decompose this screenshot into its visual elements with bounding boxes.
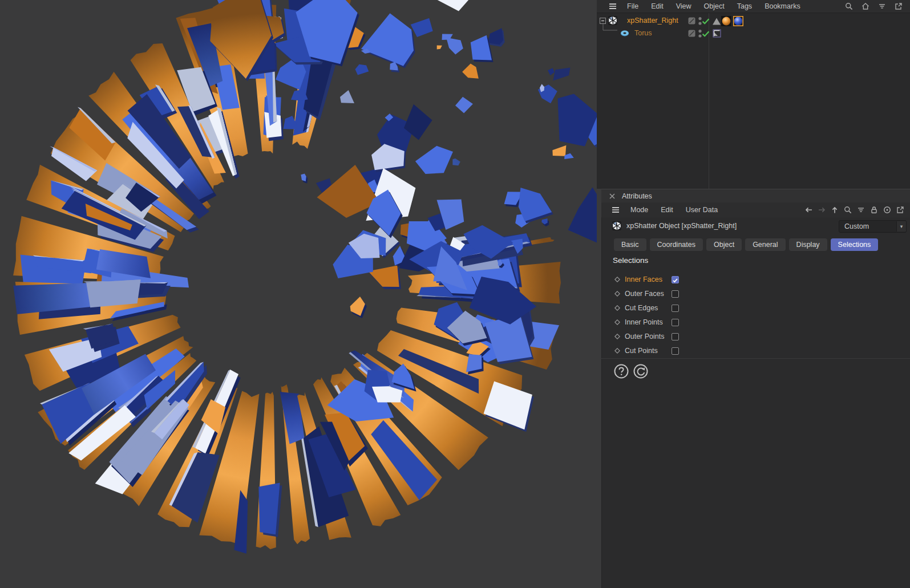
tree-row-xpshatter[interactable]: xpShatter_Right xyxy=(597,15,910,27)
selection-row-outer-faces[interactable]: Outer Faces xyxy=(614,288,689,299)
arrow-right-icon xyxy=(817,205,827,214)
phong-tag-icon[interactable] xyxy=(713,29,722,38)
object-manager-panel: FileEditViewObjectTagsBookmarks xpShatte… xyxy=(597,0,910,189)
close-icon[interactable] xyxy=(609,193,615,199)
viewport-render xyxy=(0,0,597,588)
enabled-check-icon[interactable] xyxy=(701,17,710,26)
selection-label: Cut Edges xyxy=(625,304,672,312)
preset-dropdown[interactable]: Custom ▾ xyxy=(839,220,907,233)
checkbox-unchecked[interactable] xyxy=(672,319,679,326)
diamond-icon xyxy=(614,331,620,342)
attr-menu-mode[interactable]: Mode xyxy=(624,204,654,216)
object-manager-menubar: FileEditViewObjectTagsBookmarks xyxy=(597,0,910,13)
tab-general[interactable]: General xyxy=(745,238,785,251)
filter-icon[interactable] xyxy=(877,2,887,11)
search-icon[interactable] xyxy=(844,2,854,11)
layer-icon[interactable] xyxy=(688,17,695,25)
reset-icon[interactable] xyxy=(633,363,649,379)
diamond-icon xyxy=(614,317,620,327)
filter-icon[interactable] xyxy=(856,205,866,214)
selection-label: Inner Points xyxy=(625,318,672,326)
section-title: Selections xyxy=(613,256,648,265)
selection-row-cut-edges[interactable]: Cut Edges xyxy=(614,302,689,314)
arrow-left-icon[interactable] xyxy=(804,205,814,214)
selection-label: Cut Points xyxy=(625,347,672,355)
diamond-icon xyxy=(614,346,620,356)
om-menu-tags[interactable]: Tags xyxy=(731,0,758,13)
checkbox-unchecked[interactable] xyxy=(672,290,679,298)
torus-icon xyxy=(620,29,629,38)
selection-label: Outer Points xyxy=(625,332,672,340)
tree-branch-line xyxy=(602,23,620,34)
object-label[interactable]: xpShatter_Right xyxy=(627,17,678,25)
selection-label: Outer Faces xyxy=(625,290,672,298)
blue-material-tag-icon-selected[interactable] xyxy=(733,16,743,26)
display-triangle-tag-icon[interactable] xyxy=(712,17,721,26)
attr-menu-user-data[interactable]: User Data xyxy=(680,204,724,216)
attr-menu-edit[interactable]: Edit xyxy=(654,204,680,216)
selection-row-inner-faces[interactable]: Inner Faces xyxy=(614,274,689,285)
om-menu-bookmarks[interactable]: Bookmarks xyxy=(758,0,807,13)
tab-selections[interactable]: Selections xyxy=(831,238,879,251)
separator-line xyxy=(601,358,910,359)
tab-coordinates[interactable]: Coordinates xyxy=(650,238,703,251)
checkbox-checked[interactable] xyxy=(672,276,679,283)
lock-icon[interactable] xyxy=(869,205,879,214)
enabled-check-icon[interactable] xyxy=(701,29,710,38)
chevron-down-icon[interactable]: ▾ xyxy=(896,221,906,232)
tree-row-torus[interactable]: Torus xyxy=(597,27,910,39)
om-menu-view[interactable]: View xyxy=(670,0,698,13)
popout-icon[interactable] xyxy=(894,2,903,11)
panel-edge-gutter[interactable] xyxy=(597,189,602,588)
om-menu-object[interactable]: Object xyxy=(698,0,731,13)
help-icon[interactable] xyxy=(613,363,629,379)
object-tree: xpShatter_Right Torus xyxy=(597,13,910,189)
attributes-menubar: ModeEditUser Data xyxy=(601,202,910,217)
diamond-icon xyxy=(614,303,620,313)
attributes-title-bar: Attributes xyxy=(601,189,910,202)
attribute-tabs: BasicCoordinatesObjectGeneralDisplaySele… xyxy=(614,238,878,251)
popout-icon[interactable] xyxy=(896,205,905,214)
object-header-title: xpShatter Object [xpShatter_Right] xyxy=(626,222,737,230)
column-divider xyxy=(709,13,709,189)
preset-dropdown-value: Custom xyxy=(844,222,896,230)
tab-object[interactable]: Object xyxy=(706,238,742,251)
search-icon[interactable] xyxy=(843,205,853,214)
selection-label: Inner Faces xyxy=(625,275,672,283)
orange-material-tag-icon[interactable] xyxy=(721,16,731,26)
home-icon[interactable] xyxy=(861,2,870,11)
om-menu-file[interactable]: File xyxy=(621,0,645,13)
object-header-row: xpShatter Object [xpShatter_Right] Custo… xyxy=(601,217,910,234)
tab-basic[interactable]: Basic xyxy=(614,238,646,251)
hamburger-menu-icon[interactable] xyxy=(608,2,617,11)
arrow-up-icon[interactable] xyxy=(830,205,840,214)
xpshatter-icon xyxy=(612,221,621,230)
checkbox-unchecked[interactable] xyxy=(672,305,679,312)
target-icon[interactable] xyxy=(883,205,892,214)
om-menu-edit[interactable]: Edit xyxy=(645,0,670,13)
diamond-icon xyxy=(614,274,620,285)
layer-icon[interactable] xyxy=(688,30,695,37)
selection-row-outer-points[interactable]: Outer Points xyxy=(614,331,689,342)
panel-title: Attributes xyxy=(622,192,652,200)
selection-row-inner-points[interactable]: Inner Points xyxy=(614,317,689,328)
right-panel: FileEditViewObjectTagsBookmarks xpShatte… xyxy=(597,0,910,588)
viewport-3d[interactable] xyxy=(0,0,597,588)
tab-display[interactable]: Display xyxy=(789,238,827,251)
diamond-icon xyxy=(614,289,620,299)
checkbox-unchecked[interactable] xyxy=(672,333,679,340)
attributes-panel: Attributes ModeEditUser Data xpShatter O… xyxy=(597,189,910,588)
footer-icons xyxy=(613,363,649,379)
selection-row-cut-points[interactable]: Cut Points xyxy=(614,345,689,356)
checkbox-unchecked[interactable] xyxy=(672,347,679,355)
object-label[interactable]: Torus xyxy=(634,29,652,37)
hamburger-menu-icon[interactable] xyxy=(611,205,620,214)
